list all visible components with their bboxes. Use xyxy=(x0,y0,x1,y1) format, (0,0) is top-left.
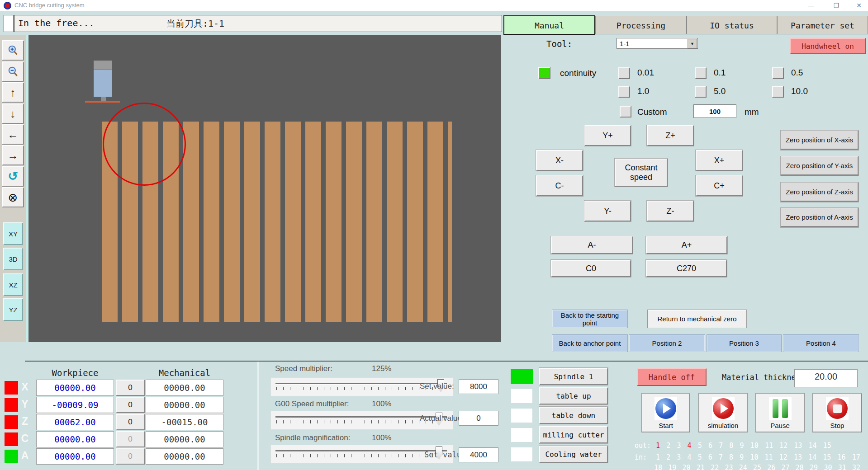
handwheel-on-button[interactable]: Handwheel on xyxy=(790,38,866,54)
cancel-view-button[interactable] xyxy=(2,187,24,207)
c0-button[interactable]: C0 xyxy=(551,260,631,277)
x-axis-led xyxy=(5,381,18,395)
reset-view-button[interactable] xyxy=(2,166,24,187)
c-zero-button[interactable]: 0 xyxy=(116,431,145,447)
workpiece-header: Workpiece xyxy=(36,368,114,378)
zero-z-axis-button[interactable]: Zero position of Z-axis xyxy=(781,183,859,202)
io-number: 30 xyxy=(824,464,832,470)
z-zero-button[interactable]: 0 xyxy=(116,414,145,430)
jog-z-plus-button[interactable]: Z+ xyxy=(647,125,694,146)
milling-cutter-button[interactable]: milling cutter xyxy=(539,426,608,443)
y-zero-button[interactable]: 0 xyxy=(116,397,145,413)
cooling-water-led xyxy=(511,447,533,462)
zero-a-axis-button[interactable]: Zero position of A-axis xyxy=(781,208,859,227)
pan-left-button[interactable] xyxy=(2,124,24,145)
tool-select[interactable]: 1-1 xyxy=(617,38,698,49)
jog-a-minus-button[interactable]: A- xyxy=(551,236,633,254)
zero-y-axis-button[interactable]: Zero position of Y-axis xyxy=(781,156,859,176)
custom-step-checkbox[interactable] xyxy=(620,106,631,118)
in-numbers-row: 1234567891011121314151617 xyxy=(656,453,860,461)
minimize-icon[interactable]: — xyxy=(803,1,819,10)
tab-parameter-set[interactable]: Parameter set xyxy=(777,16,868,34)
position-2-button[interactable]: Position 2 xyxy=(629,334,705,352)
start-button[interactable]: Start xyxy=(642,394,690,432)
custom-step-label: Custom xyxy=(637,107,667,117)
jog-c-minus-button[interactable]: C- xyxy=(536,175,583,196)
handle-off-button[interactable]: Handle off xyxy=(637,368,707,386)
chevron-down-icon[interactable] xyxy=(688,39,697,48)
return-to-mechanical-zero-button[interactable]: Return to mechanical zero xyxy=(647,310,747,328)
zero-x-axis-button[interactable]: Zero position of X-axis xyxy=(781,131,859,150)
pan-right-button[interactable] xyxy=(2,145,24,165)
g00-speed-multiplier-label: G00 Speed multiplier: xyxy=(275,400,349,409)
step-checkbox-0-5[interactable] xyxy=(772,67,784,79)
continuity-checkbox[interactable] xyxy=(538,67,550,79)
set-value-input-1[interactable]: 8000 xyxy=(459,379,498,394)
c270-button[interactable]: C270 xyxy=(646,260,727,277)
table-down-button[interactable]: table down xyxy=(539,407,608,424)
in-number: 1 xyxy=(656,453,660,461)
constant-speed-button[interactable]: Constant speed xyxy=(615,159,668,187)
mechanical-header: Mechanical xyxy=(146,368,223,378)
in-number: 3 xyxy=(677,453,681,461)
zoom-out-icon xyxy=(7,66,19,78)
step-label-1-0: 1.0 xyxy=(637,86,649,96)
jog-z-minus-button[interactable]: Z- xyxy=(647,201,694,221)
table-up-button[interactable]: table up xyxy=(539,387,608,404)
back-to-anchor-point-button[interactable]: Back to anchor point xyxy=(552,334,628,352)
pan-up-button[interactable] xyxy=(2,82,24,103)
y-axis-led xyxy=(5,398,18,412)
out-number: 9 xyxy=(740,442,744,450)
jog-a-plus-button[interactable]: A+ xyxy=(646,236,727,254)
jog-y-plus-button[interactable]: Y+ xyxy=(584,125,631,146)
machine-canvas[interactable] xyxy=(28,35,501,342)
simulation-button[interactable]: simulation xyxy=(699,394,747,432)
tab-manual[interactable]: Manual xyxy=(503,15,595,35)
view-yz-button[interactable]: YZ xyxy=(3,298,23,321)
view-xz-button[interactable]: XZ xyxy=(3,273,23,296)
back-to-starting-point-button[interactable]: Back to the starting point xyxy=(552,310,628,328)
jog-c-plus-button[interactable]: C+ xyxy=(696,175,743,196)
out-number: 14 xyxy=(809,442,817,450)
close-icon[interactable]: ✕ xyxy=(851,1,867,10)
tab-io-status[interactable]: IO status xyxy=(687,16,777,34)
step-checkbox-0-01[interactable] xyxy=(618,67,630,79)
step-checkbox-0-1[interactable] xyxy=(695,67,707,79)
in-number: 14 xyxy=(808,453,816,461)
z-axis-label: Z xyxy=(19,415,31,428)
x-zero-button[interactable]: 0 xyxy=(116,380,145,396)
material-thickness-input[interactable]: 20.00 xyxy=(794,369,858,387)
a-axis-led xyxy=(5,450,18,463)
cooling-water-button[interactable]: Cooling water xyxy=(539,446,608,463)
tab-processing[interactable]: Processing xyxy=(595,16,687,34)
view-3d-button[interactable]: 3D xyxy=(3,248,23,270)
spindle-1-led xyxy=(511,369,533,384)
pause-button[interactable]: Pause xyxy=(756,394,804,432)
zoom-out-button[interactable] xyxy=(2,61,24,82)
position-4-button[interactable]: Position 4 xyxy=(783,334,859,352)
restore-icon[interactable]: ❐ xyxy=(829,1,844,10)
jog-y-minus-button[interactable]: Y- xyxy=(584,201,631,221)
speed-multiplier-label: Speed multiplier: xyxy=(275,364,332,373)
a-zero-button[interactable]: 0 xyxy=(116,448,145,465)
step-checkbox-5-0[interactable] xyxy=(695,86,707,98)
set-value-input-2[interactable]: 4000 xyxy=(459,447,498,462)
actual-value-input[interactable]: 0 xyxy=(459,411,498,426)
view-toolbar: XY 3D XZ YZ xyxy=(0,35,28,342)
step-checkbox-1-0[interactable] xyxy=(618,86,630,98)
jog-x-plus-button[interactable]: X+ xyxy=(696,150,743,171)
io-number: 32 xyxy=(852,464,860,470)
jog-x-minus-button[interactable]: X- xyxy=(536,150,583,171)
pan-down-button[interactable] xyxy=(2,103,24,124)
spindle-1-button[interactable]: Spindle 1 xyxy=(539,368,608,385)
out-number: 3 xyxy=(677,442,681,450)
io-number: 18 xyxy=(654,464,662,470)
zoom-in-button[interactable] xyxy=(2,40,24,61)
stop-button[interactable]: Stop xyxy=(813,394,862,432)
in-number: 6 xyxy=(708,453,712,461)
view-xy-button[interactable]: XY xyxy=(3,222,23,245)
position-3-button[interactable]: Position 3 xyxy=(707,334,782,352)
step-checkbox-10-0[interactable] xyxy=(772,86,784,98)
custom-step-input[interactable]: 100 xyxy=(693,104,736,118)
status-indicator xyxy=(4,15,14,32)
